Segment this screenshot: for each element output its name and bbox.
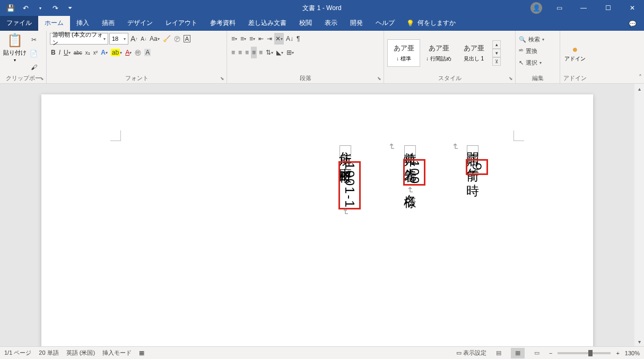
- view-read-button[interactable]: ▤: [492, 348, 506, 358]
- shrink-font-button[interactable]: A↓: [140, 33, 147, 45]
- increase-indent-button[interactable]: ⇥: [266, 33, 273, 45]
- underline-button[interactable]: U▾: [63, 47, 72, 58]
- ribbon-display-button[interactable]: ▭: [547, 0, 571, 16]
- zoom-in-button[interactable]: +: [616, 350, 619, 356]
- superscript-button[interactable]: x²: [92, 47, 99, 58]
- text-line-1[interactable]: 開店午前９時↵: [463, 142, 487, 183]
- highlight-button[interactable]: ab▾: [110, 47, 123, 58]
- italic-button[interactable]: I: [58, 47, 62, 58]
- styles-gallery-scroll[interactable]: ▴ ▾ ⊻: [492, 40, 501, 66]
- styles-launcher[interactable]: ⬊: [509, 76, 513, 81]
- margin-mark-tr: [514, 130, 524, 141]
- find-button[interactable]: 🔍 検索▾: [519, 34, 544, 45]
- close-button[interactable]: ✕: [621, 0, 644, 16]
- view-web-button[interactable]: ▭: [530, 348, 544, 358]
- shading-button[interactable]: ◣▾: [275, 47, 284, 58]
- bullets-button[interactable]: ≡▾: [230, 33, 238, 45]
- font-name-combo[interactable]: 游明朝 (本文のフォン▾: [50, 33, 108, 45]
- align-top-button[interactable]: ≡: [230, 47, 236, 58]
- status-words[interactable]: 20 単語: [39, 349, 58, 357]
- align-distribute-button[interactable]: ≡: [258, 47, 264, 58]
- tell-me[interactable]: 💡 何をしますか: [401, 15, 461, 31]
- zoom-slider[interactable]: [558, 352, 611, 354]
- cut-button[interactable]: ✂: [29, 34, 39, 46]
- char-border-button[interactable]: A: [182, 33, 192, 45]
- font-launcher[interactable]: ⬊: [220, 76, 224, 81]
- save-button[interactable]: 💾: [4, 2, 17, 14]
- tab-view[interactable]: 表示: [318, 15, 344, 31]
- document-area[interactable]: 開店午前９時↵ ↵ 特典先着100名様↵ ↵ 住所中区桜町1001-1↵: [0, 84, 644, 346]
- tab-review[interactable]: 校閲: [293, 15, 318, 31]
- paragraph-launcher[interactable]: ⬊: [377, 76, 381, 81]
- zoom-out-button[interactable]: −: [549, 350, 552, 356]
- account-avatar[interactable]: 👤: [530, 2, 542, 14]
- status-macro[interactable]: ▦: [139, 349, 144, 356]
- enclose-char-button[interactable]: ㊕: [134, 47, 142, 58]
- strike-button[interactable]: abc: [73, 47, 83, 58]
- subscript-button[interactable]: x₂: [84, 47, 91, 58]
- replace-button[interactable]: ᵃᵇ 置換: [519, 46, 537, 56]
- grow-font-button[interactable]: A↑: [129, 33, 138, 45]
- zoom-level[interactable]: 130%: [625, 350, 640, 356]
- multilevel-button[interactable]: ≡▾: [248, 33, 256, 45]
- align-justify-button[interactable]: ≡: [251, 47, 257, 58]
- view-print-button[interactable]: ▦: [511, 348, 525, 358]
- text-line-3[interactable]: 住所中区桜町1001-1↵: [335, 142, 360, 216]
- sort-button[interactable]: A↓: [285, 33, 294, 45]
- share-button[interactable]: 💬: [621, 17, 644, 31]
- char-shade-button[interactable]: A: [143, 47, 152, 58]
- qat-customize[interactable]: ⏷: [64, 2, 76, 14]
- style-heading1[interactable]: あア亜 見出し 1: [457, 39, 490, 67]
- line-spacing-button[interactable]: ⇅▾: [265, 47, 274, 58]
- font-color-button[interactable]: A▾: [124, 47, 133, 58]
- collapse-ribbon-button[interactable]: ˄: [639, 74, 642, 81]
- font-size-combo[interactable]: 18▾: [109, 33, 128, 45]
- numbering-button[interactable]: ≡▾: [239, 33, 247, 45]
- decrease-indent-button[interactable]: ⇤: [257, 33, 265, 45]
- tab-mailings[interactable]: 差し込み文書: [242, 15, 293, 31]
- vertical-scrollbar[interactable]: ▴ ▾: [634, 84, 644, 346]
- tab-design[interactable]: デザイン: [121, 15, 159, 31]
- tab-draw[interactable]: 描画: [95, 15, 121, 31]
- cursor-icon: ↖: [519, 59, 524, 66]
- style-normal[interactable]: あア亜 ↓ 標準: [387, 39, 420, 67]
- paste-button[interactable]: 📋 貼り付け ▾: [3, 33, 27, 63]
- tab-insert[interactable]: 挿入: [70, 15, 95, 31]
- clear-format-button[interactable]: 🧹: [162, 33, 172, 45]
- text-line-2[interactable]: 特典先着100名様↵: [400, 142, 424, 195]
- scroll-down-button[interactable]: ▾: [634, 337, 644, 346]
- bold-button[interactable]: B: [50, 47, 57, 58]
- maximize-button[interactable]: ☐: [596, 0, 620, 16]
- show-marks-button[interactable]: ¶: [295, 33, 301, 45]
- align-bottom-button[interactable]: ≡: [244, 47, 250, 58]
- align-center-button[interactable]: ≡: [237, 47, 243, 58]
- phonetic-guide-button[interactable]: ㋐: [173, 33, 181, 45]
- tab-home[interactable]: ホーム: [38, 15, 70, 31]
- undo-more[interactable]: ▾: [34, 2, 47, 14]
- tab-file[interactable]: ファイル: [0, 15, 38, 31]
- status-language[interactable]: 英語 (米国): [66, 349, 95, 357]
- tab-layout[interactable]: レイアウト: [159, 15, 204, 31]
- copy-button[interactable]: 📄: [29, 48, 39, 59]
- text-direction-button[interactable]: ✕▾: [274, 33, 284, 45]
- replace-icon: ᵃᵇ: [519, 48, 524, 55]
- redo-button[interactable]: ↷: [49, 2, 62, 14]
- tab-help[interactable]: ヘルプ: [369, 15, 401, 31]
- status-insert-mode[interactable]: 挿入モード: [102, 349, 132, 357]
- style-no-spacing[interactable]: あア亜 ↓ 行間詰め: [422, 39, 455, 67]
- tab-developer[interactable]: 開発: [344, 15, 369, 31]
- clipboard-launcher[interactable]: ⬊: [40, 76, 44, 81]
- minimize-button[interactable]: —: [572, 0, 595, 16]
- display-settings-button[interactable]: ▭ 表示設定: [456, 349, 486, 357]
- text-effects-button[interactable]: A▾: [100, 47, 109, 58]
- tab-references[interactable]: 参考資料: [204, 15, 242, 31]
- format-painter-button[interactable]: 🖌: [29, 62, 39, 73]
- change-case-button[interactable]: Aa▾: [149, 33, 161, 45]
- scroll-up-button[interactable]: ▴: [634, 84, 644, 93]
- borders-button[interactable]: ⊞▾: [285, 47, 295, 58]
- undo-button[interactable]: ↶: [19, 2, 32, 14]
- select-button[interactable]: ↖ 選択▾: [519, 57, 542, 68]
- status-page[interactable]: 1/1 ページ: [4, 349, 31, 357]
- addins-button[interactable]: ● アドイン: [564, 44, 586, 63]
- page[interactable]: 開店午前９時↵ ↵ 特典先着100名様↵ ↵ 住所中区桜町1001-1↵: [41, 94, 593, 346]
